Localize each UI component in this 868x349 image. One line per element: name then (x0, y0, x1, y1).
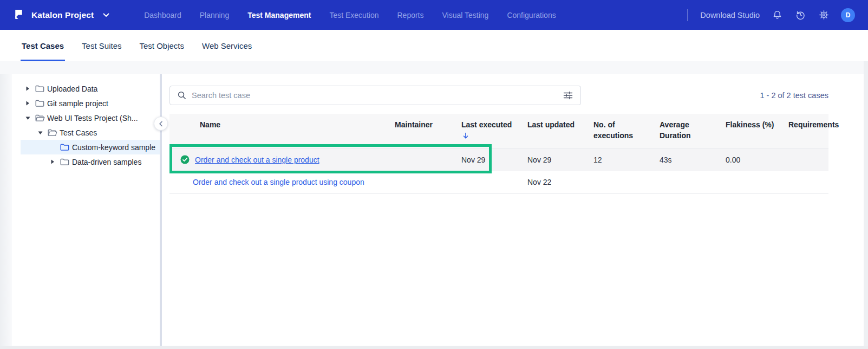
tree-item-label: Data-driven samples (72, 158, 141, 166)
column-header-no-of-executions[interactable]: No. of executions (585, 114, 651, 148)
folder-open-icon (48, 128, 60, 137)
cell-maintainer (386, 148, 453, 171)
chevron-down-icon (103, 13, 109, 17)
nav-item-dashboard[interactable]: Dashboard (144, 11, 181, 20)
column-header-average-duration[interactable]: Average Duration (651, 114, 717, 148)
status-passed-icon (180, 155, 190, 164)
cell-flakiness: 0.00 (717, 148, 780, 171)
cell-last-executed (453, 171, 519, 194)
search-box (169, 86, 581, 105)
table-row: Order and check out a single product Nov… (169, 148, 828, 171)
search-input[interactable] (192, 91, 563, 100)
cell-last-executed: Nov 29 (453, 148, 519, 171)
sort-desc-icon[interactable] (463, 132, 468, 143)
folder-tree: Uploaded Data Git sample project (12, 74, 160, 349)
cell-requirements (780, 148, 828, 171)
gear-icon[interactable] (818, 9, 830, 21)
tree-item-label: Git sample project (47, 99, 108, 108)
column-header-name[interactable]: Name (169, 114, 386, 148)
vertical-scrollbar[interactable] (864, 61, 868, 346)
tree-item-label: Test Cases (60, 128, 97, 137)
test-cases-main: 1 - 2 of 2 test cases Name Maintainer La… (162, 74, 868, 349)
top-navbar: Katalon Project Dashboard Planning Test … (0, 0, 868, 30)
cell-last-updated: Nov 22 (519, 171, 585, 194)
history-icon[interactable] (794, 9, 806, 21)
left-rail (0, 74, 12, 349)
navbar-divider (687, 9, 688, 21)
column-header-last-executed[interactable]: Last executed (453, 114, 519, 148)
tab-test-cases[interactable]: Test Cases (22, 30, 64, 61)
folder-open-icon (35, 114, 47, 122)
cell-average-duration (651, 171, 717, 194)
project-switcher[interactable]: Katalon Project (12, 8, 109, 22)
nav-item-configurations[interactable]: Configurations (507, 11, 556, 20)
cell-no-of-executions (585, 171, 651, 194)
user-avatar[interactable]: D (841, 8, 855, 22)
section-tabs: Test Cases Test Suites Test Objects Web … (0, 30, 868, 61)
main-nav: Dashboard Planning Test Management Test … (144, 11, 556, 20)
folder-closed-icon (60, 158, 72, 166)
caret-right-icon[interactable] (25, 101, 35, 106)
tab-web-services[interactable]: Web Services (202, 30, 252, 61)
cell-last-updated: Nov 29 (519, 148, 585, 171)
column-header-flakiness[interactable]: Flakiness (%) (717, 114, 780, 148)
folder-closed-icon (35, 85, 47, 93)
folder-closed-icon (60, 143, 72, 151)
cell-maintainer (386, 171, 453, 194)
test-case-link[interactable]: Order and check out a single product usi… (193, 178, 364, 186)
test-cases-table: Name Maintainer Last executed Last updat… (169, 114, 828, 194)
tree-item-custom-keyword-sample[interactable]: Custom-keyword sample (21, 140, 160, 154)
nav-item-test-management[interactable]: Test Management (247, 11, 311, 20)
tree-item-git-sample-project[interactable]: Git sample project (12, 96, 160, 111)
results-count: 1 - 2 of 2 test cases (760, 91, 828, 100)
project-name: Katalon Project (31, 10, 94, 20)
horizontal-scrollbar[interactable] (0, 346, 868, 349)
test-case-link[interactable]: Order and check out a single product (195, 156, 319, 164)
tree-item-web-ui-tests-project[interactable]: Web UI Tests Project (Sh... (12, 111, 160, 125)
tree-item-label: Custom-keyword sample (72, 143, 155, 152)
table-row: Order and check out a single product usi… (169, 171, 828, 194)
cell-average-duration: 43s (651, 148, 717, 171)
tree-item-test-cases[interactable]: Test Cases (12, 125, 160, 140)
nav-item-visual-testing[interactable]: Visual Testing (442, 11, 489, 20)
collapse-sidebar-button[interactable] (154, 117, 168, 131)
caret-down-icon[interactable] (25, 116, 35, 120)
tree-item-label: Uploaded Data (47, 85, 97, 93)
content-area: Uploaded Data Git sample project (0, 61, 868, 349)
cell-requirements (780, 171, 828, 194)
caret-down-icon[interactable] (38, 131, 48, 135)
tree-item-uploaded-data[interactable]: Uploaded Data (12, 81, 160, 96)
bell-icon[interactable] (771, 9, 783, 21)
search-icon (178, 91, 186, 100)
katalon-logo-icon (12, 8, 25, 22)
caret-right-icon[interactable] (25, 86, 35, 91)
caret-right-icon[interactable] (50, 159, 60, 164)
column-header-last-updated[interactable]: Last updated (519, 114, 585, 148)
column-header-requirements[interactable]: Requirements (780, 114, 828, 148)
tab-test-suites[interactable]: Test Suites (82, 30, 121, 61)
tree-item-label: Web UI Tests Project (Sh... (47, 114, 138, 122)
cell-flakiness (717, 171, 780, 194)
table-header-row: Name Maintainer Last executed Last updat… (169, 114, 828, 148)
nav-item-test-execution[interactable]: Test Execution (329, 11, 378, 20)
tab-test-objects[interactable]: Test Objects (139, 30, 184, 61)
download-studio-link[interactable]: Download Studio (700, 11, 760, 20)
nav-item-reports[interactable]: Reports (397, 11, 423, 20)
tree-item-data-driven-samples[interactable]: Data-driven samples (12, 154, 160, 169)
column-header-maintainer[interactable]: Maintainer (386, 114, 453, 148)
cell-no-of-executions: 12 (585, 148, 651, 171)
nav-item-planning[interactable]: Planning (200, 11, 230, 20)
filter-icon[interactable] (563, 91, 573, 100)
folder-closed-icon (35, 99, 47, 107)
